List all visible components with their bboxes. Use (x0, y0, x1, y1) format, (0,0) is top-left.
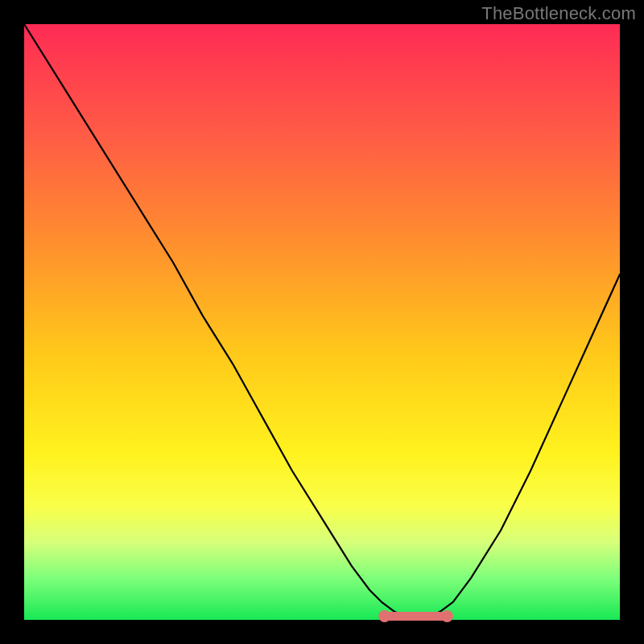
chart-svg (0, 0, 644, 644)
watermark-text: TheBottleneck.com (481, 3, 636, 24)
bottom-marker-dot-0 (378, 610, 390, 622)
bottom-marker-dot-1 (441, 610, 453, 622)
chart-curve (24, 24, 620, 617)
chart-frame: TheBottleneck.com (0, 0, 644, 644)
